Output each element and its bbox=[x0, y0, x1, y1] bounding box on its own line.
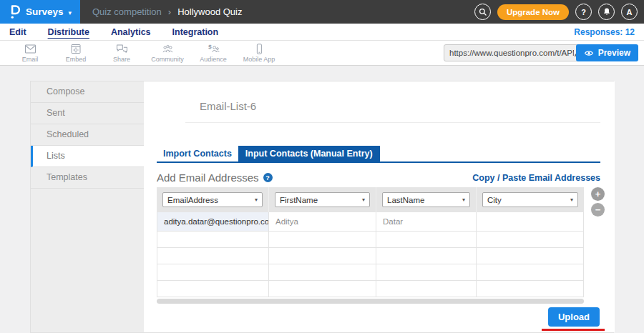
annotation-red-underline bbox=[542, 329, 605, 331]
channel-embed[interactable]: Embed bbox=[53, 43, 99, 63]
contacts-table-header: EmailAddress ▾ FirstName ▾ LastName bbox=[157, 187, 584, 212]
chevron-down-icon: ▾ bbox=[69, 8, 72, 16]
distribute-toolbar: Email Embed bbox=[0, 41, 644, 66]
question-mark-icon: ? bbox=[581, 8, 586, 16]
cell-city[interactable] bbox=[477, 212, 584, 232]
email-distribution-panel: Compose Sent Scheduled Lists Templates E… bbox=[30, 81, 614, 333]
add-email-section-header: Add Email Addresses ? Copy / Paste Email… bbox=[157, 172, 600, 184]
channel-label: Mobile App bbox=[243, 56, 275, 63]
channel-audience[interactable]: $ Audience bbox=[190, 43, 236, 63]
embed-icon bbox=[69, 43, 82, 55]
cell-lastname[interactable] bbox=[376, 232, 477, 248]
tab-import-contacts[interactable]: Import Contacts bbox=[157, 146, 238, 161]
cell-lastname[interactable] bbox=[376, 248, 477, 264]
preview-button[interactable]: Preview bbox=[576, 44, 638, 61]
channel-label: Community bbox=[151, 56, 184, 63]
eye-icon bbox=[584, 49, 594, 57]
column-select-value: LastName bbox=[387, 196, 424, 204]
surveys-menu-button[interactable]: Surveys ▾ bbox=[0, 0, 80, 24]
breadcrumb-separator-icon: › bbox=[168, 6, 171, 17]
table-row: aditya.datar@questionpro.com Aditya Data… bbox=[157, 212, 584, 232]
minus-icon: − bbox=[595, 205, 601, 214]
tab-input-contacts-manual[interactable]: Input Contacts (Manual Entry) bbox=[238, 146, 380, 161]
top-bar: Surveys ▾ Quiz competition › Hollywood Q… bbox=[0, 0, 644, 24]
channel-mobile-app[interactable]: Mobile App bbox=[236, 43, 282, 63]
chevron-down-icon: ▾ bbox=[362, 197, 365, 203]
header-cell: LastName ▾ bbox=[376, 187, 477, 212]
help-icon[interactable]: ? bbox=[263, 173, 273, 182]
nav-tab-integration[interactable]: Integration bbox=[172, 27, 219, 37]
table-row bbox=[157, 248, 584, 264]
cell-lastname[interactable]: Datar bbox=[376, 212, 477, 232]
channel-label: Email bbox=[22, 56, 39, 63]
section-title: Add Email Addresses bbox=[157, 172, 259, 184]
cell-email[interactable] bbox=[157, 232, 269, 248]
audience-icon: $ bbox=[207, 43, 220, 55]
cell-city[interactable] bbox=[477, 232, 584, 248]
questionpro-logo-icon bbox=[9, 4, 21, 19]
channel-email[interactable]: Email bbox=[7, 43, 53, 63]
remove-row-button[interactable]: − bbox=[591, 203, 605, 217]
email-icon bbox=[24, 43, 37, 55]
cell-firstname[interactable] bbox=[269, 281, 376, 297]
chevron-down-icon: ▾ bbox=[255, 197, 258, 203]
cell-email[interactable] bbox=[157, 264, 269, 281]
cell-email[interactable] bbox=[157, 248, 269, 264]
help-button[interactable]: ? bbox=[575, 4, 592, 20]
column-select-value: City bbox=[487, 196, 502, 204]
column-select-emailaddress[interactable]: EmailAddress ▾ bbox=[162, 192, 263, 207]
sidebar-item-compose[interactable]: Compose bbox=[31, 81, 144, 103]
survey-url-value: https://www.questionpro.com/t/APNrFZ bbox=[449, 49, 574, 57]
channel-label: Audience bbox=[200, 56, 227, 63]
channel-label: Embed bbox=[66, 56, 87, 63]
breadcrumb-parent[interactable]: Quiz competition bbox=[92, 6, 162, 17]
cell-city[interactable] bbox=[477, 248, 584, 264]
sidebar-item-scheduled[interactable]: Scheduled bbox=[31, 124, 144, 146]
table-row bbox=[157, 264, 584, 281]
channel-label: Share bbox=[113, 56, 130, 63]
sidebar-item-sent[interactable]: Sent bbox=[31, 103, 144, 124]
cell-firstname[interactable]: Aditya bbox=[269, 212, 376, 232]
chevron-down-icon: ▾ bbox=[462, 197, 465, 203]
column-select-firstname[interactable]: FirstName ▾ bbox=[275, 192, 370, 207]
upgrade-now-button[interactable]: Upgrade Now bbox=[497, 4, 569, 20]
header-cell: FirstName ▾ bbox=[269, 187, 376, 212]
horizontal-scrollbar[interactable] bbox=[157, 299, 584, 304]
table-row bbox=[157, 281, 584, 297]
cell-firstname[interactable] bbox=[269, 232, 376, 248]
account-avatar[interactable]: A bbox=[621, 4, 638, 20]
upgrade-now-label: Upgrade Now bbox=[507, 8, 560, 16]
search-button[interactable] bbox=[474, 4, 491, 20]
cell-email[interactable]: aditya.datar@questionpro.com bbox=[157, 212, 269, 232]
channel-list: Email Embed bbox=[7, 43, 282, 63]
upload-button[interactable]: Upload bbox=[548, 307, 600, 327]
header-cell: EmailAddress ▾ bbox=[157, 187, 269, 212]
sidebar-item-lists[interactable]: Lists bbox=[31, 146, 144, 167]
cell-city[interactable] bbox=[477, 281, 584, 297]
cell-email[interactable] bbox=[157, 281, 269, 297]
add-row-button[interactable]: + bbox=[591, 187, 605, 201]
svg-text:$: $ bbox=[208, 44, 211, 50]
chevron-down-icon: ▾ bbox=[570, 197, 573, 203]
channel-share[interactable]: Share bbox=[99, 43, 145, 63]
cell-city[interactable] bbox=[477, 264, 584, 281]
cell-firstname[interactable] bbox=[269, 248, 376, 264]
nav-tab-analytics[interactable]: Analytics bbox=[111, 27, 151, 37]
nav-tab-distribute[interactable]: Distribute bbox=[48, 27, 89, 37]
community-icon bbox=[161, 43, 175, 55]
copy-paste-link[interactable]: Copy / Paste Email Addresses bbox=[472, 173, 600, 183]
column-select-lastname[interactable]: LastName ▾ bbox=[382, 192, 470, 207]
cell-firstname[interactable] bbox=[269, 264, 376, 281]
nav-tab-edit[interactable]: Edit bbox=[9, 27, 26, 37]
cell-lastname[interactable] bbox=[376, 264, 477, 281]
breadcrumb: Quiz competition › Hollywood Quiz bbox=[92, 6, 243, 17]
notifications-button[interactable] bbox=[598, 4, 615, 20]
column-select-value: FirstName bbox=[280, 196, 318, 204]
sidebar-item-templates[interactable]: Templates bbox=[31, 167, 144, 189]
channel-community[interactable]: Community bbox=[145, 43, 190, 63]
responses-count[interactable]: Responses: 12 bbox=[574, 27, 635, 37]
product-label: Surveys bbox=[26, 6, 64, 17]
cell-lastname[interactable] bbox=[376, 281, 477, 297]
survey-url-field[interactable]: https://www.questionpro.com/t/APNrFZ bbox=[444, 44, 588, 61]
column-select-city[interactable]: City ▾ bbox=[482, 192, 578, 207]
